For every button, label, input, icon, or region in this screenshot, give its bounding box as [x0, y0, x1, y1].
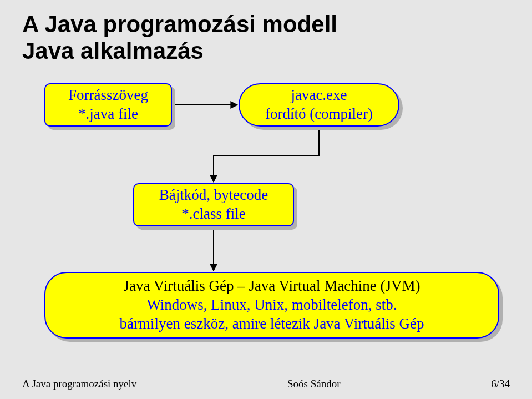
- node-source: Forrásszöveg *.java file: [44, 83, 172, 127]
- compiler-line1: javac.exe: [291, 86, 347, 105]
- node-face: Java Virtuális Gép – Java Virtual Machin…: [44, 272, 499, 339]
- jvm-line2: Windows, Linux, Unix, mobiltelefon, stb.: [146, 296, 397, 315]
- slide-title: A Java programozási modell Java alkalmaz…: [22, 11, 510, 65]
- footer-right: 6/34: [491, 378, 510, 390]
- source-line2: *.java file: [78, 105, 138, 124]
- node-face: javac.exe fordító (compiler): [239, 83, 399, 127]
- node-bytecode: Bájtkód, bytecode *.class file: [133, 183, 294, 226]
- bytecode-line1: Bájtkód, bytecode: [159, 186, 268, 205]
- jvm-line1: Java Virtuális Gép – Java Virtual Machin…: [124, 277, 420, 296]
- node-face: Forrásszöveg *.java file: [44, 83, 172, 127]
- source-line1: Forrásszöveg: [68, 86, 148, 105]
- node-face: Bájtkód, bytecode *.class file: [133, 183, 294, 226]
- diagram-area: Forrásszöveg *.java file javac.exe fordí…: [22, 78, 510, 366]
- slide: A Java programozási modell Java alkalmaz…: [0, 0, 532, 399]
- compiler-line2: fordító (compiler): [265, 105, 373, 124]
- footer-center: Soós Sándor: [287, 378, 341, 390]
- title-line-1: A Java programozási modell: [22, 11, 337, 37]
- slide-footer: A Java programozási nyelv Soós Sándor 6/…: [22, 378, 510, 390]
- edge-compiler-bytecode: [214, 128, 319, 182]
- jvm-line3: bármilyen eszköz, amire létezik Java Vir…: [120, 315, 424, 334]
- footer-left: A Java programozási nyelv: [22, 378, 136, 390]
- title-line-2: Java alkalmazás: [22, 38, 510, 64]
- node-compiler: javac.exe fordító (compiler): [239, 83, 399, 127]
- bytecode-line2: *.class file: [181, 205, 245, 224]
- node-jvm: Java Virtuális Gép – Java Virtual Machin…: [44, 272, 499, 339]
